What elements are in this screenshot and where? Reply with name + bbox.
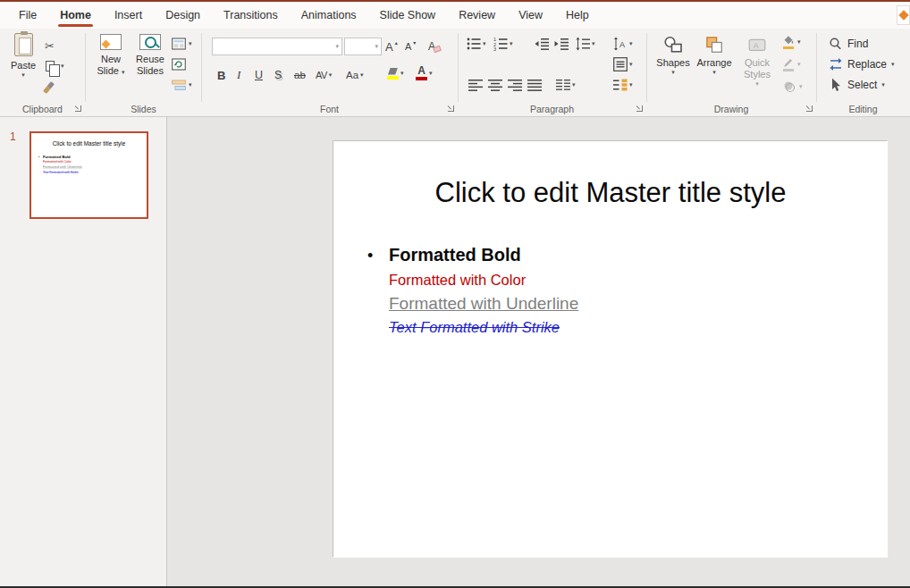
tab-design[interactable]: Design <box>154 2 212 29</box>
reuse-slides-button[interactable]: Reuse Slides <box>131 34 170 77</box>
character-spacing-button[interactable]: AV▾ <box>316 66 332 84</box>
slide-line-bold-text: Formatted Bold <box>389 245 521 265</box>
underline-button[interactable]: U <box>255 66 263 84</box>
shape-fill-button[interactable]: ▾ <box>782 34 801 50</box>
tab-help[interactable]: Help <box>554 2 601 29</box>
align-text-button[interactable]: ▾ <box>613 56 633 72</box>
reset-slide-button[interactable] <box>172 56 186 72</box>
italic-button[interactable]: I <box>237 66 240 84</box>
tab-file[interactable]: File <box>7 2 48 29</box>
tab-slide-show[interactable]: Slide Show <box>368 2 448 29</box>
tab-transitions-label: Transitions <box>223 9 278 21</box>
font-dialog-launcher[interactable] <box>446 104 455 113</box>
slide-thumbnail[interactable]: Click to edit Master title style •Format… <box>29 131 148 219</box>
font-size-combobox[interactable]: ▾ <box>344 38 382 55</box>
slide-editing-area[interactable]: Click to edit Master title style •Format… <box>333 140 887 557</box>
select-button[interactable]: Select ▾ <box>829 77 885 93</box>
justify-icon <box>527 78 542 92</box>
slide-line-strike[interactable]: Text Formatted with Strike <box>389 319 852 336</box>
text-direction-button[interactable]: ▾ <box>613 36 633 52</box>
chevron-down-icon: ▾ <box>510 40 513 47</box>
align-center-icon <box>488 78 502 92</box>
text-shadow-button[interactable]: S <box>274 66 282 84</box>
tab-transitions[interactable]: Transitions <box>212 2 290 29</box>
slide-title-placeholder[interactable]: Click to edit Master title style <box>360 177 861 209</box>
align-right-button[interactable] <box>508 77 522 93</box>
slide-line-bold[interactable]: •Formatted Bold <box>367 245 852 265</box>
slide-line-color[interactable]: Formatted with Color <box>389 272 852 289</box>
line-spacing-button[interactable]: ▾ <box>576 36 595 52</box>
text-highlight-color-button[interactable]: ▾ <box>387 64 404 82</box>
new-slide-icon <box>100 34 122 50</box>
font-group-label: Font <box>201 104 458 114</box>
new-slide-button[interactable]: New Slide ▾ <box>93 34 129 77</box>
align-left-button[interactable] <box>468 77 483 93</box>
columns-icon <box>556 78 570 92</box>
thumbnail-body-text: •Formatted Bold Formatted with Color For… <box>38 155 139 173</box>
chevron-down-icon: ▾ <box>592 40 595 47</box>
format-painter-button[interactable] <box>46 80 51 96</box>
strikethrough-label: ab <box>294 70 306 80</box>
group-slides: New Slide ▾ Reuse Slides ▾ ▾ Slides <box>86 29 201 116</box>
decrease-font-size-button[interactable]: A▾ <box>405 38 416 55</box>
bullets-icon <box>467 37 481 51</box>
arrange-button[interactable]: Arrange ▾ <box>695 36 734 76</box>
tab-view[interactable]: View <box>507 2 554 29</box>
numbering-button[interactable]: ▾ <box>493 36 513 52</box>
share-button[interactable] <box>897 5 910 25</box>
tab-insert[interactable]: Insert <box>103 2 154 29</box>
tab-review[interactable]: Review <box>447 2 507 29</box>
shapes-button[interactable]: Shapes ▾ <box>653 36 693 76</box>
bullets-button[interactable]: ▾ <box>467 36 486 52</box>
section-button[interactable]: ▾ <box>172 77 192 93</box>
paragraph-group-label: Paragraph <box>458 104 646 114</box>
copy-button[interactable]: ▾ <box>45 58 64 74</box>
strikethrough-button[interactable]: ab <box>294 66 306 84</box>
clipboard-dialog-launcher[interactable] <box>73 104 82 113</box>
bold-button[interactable]: B <box>217 66 225 84</box>
grow-font-icon: A <box>385 40 393 54</box>
slide-line-underline[interactable]: Formatted with Underline <box>389 294 852 314</box>
slide-layout-button[interactable]: ▾ <box>172 36 192 52</box>
font-color-letter-icon: A <box>417 66 426 76</box>
character-spacing-label: AV <box>316 70 327 80</box>
quick-styles-button[interactable]: Quick Styles ▾ <box>736 36 779 88</box>
align-center-button[interactable] <box>488 77 502 93</box>
tab-home[interactable]: Home <box>48 2 103 29</box>
triangle-up-icon: ▴ <box>395 39 398 46</box>
replace-button[interactable]: Replace ▾ <box>829 56 895 72</box>
format-painter-icon <box>43 81 55 94</box>
justify-button[interactable] <box>527 77 542 93</box>
numbering-icon <box>493 37 508 51</box>
align-left-icon <box>468 78 483 92</box>
increase-font-size-button[interactable]: A▴ <box>385 38 398 55</box>
cut-button[interactable]: ✂ <box>45 38 55 54</box>
shape-effects-button[interactable]: ▾ <box>782 79 803 95</box>
tab-animations[interactable]: Animations <box>290 2 368 29</box>
text-shadow-label: S <box>274 69 282 81</box>
find-button[interactable]: Find <box>829 36 868 52</box>
shrink-font-icon: A <box>405 41 411 52</box>
clear-formatting-button[interactable]: A <box>428 38 435 55</box>
drawing-dialog-launcher[interactable] <box>805 104 813 113</box>
ribbon: Paste ▾ ✂ ▾ Clipboard New Slide ▾ Reuse … <box>0 29 910 117</box>
columns-button[interactable]: ▾ <box>556 77 576 93</box>
text-direction-icon <box>613 37 628 51</box>
convert-to-smartart-button[interactable]: ▾ <box>613 77 633 93</box>
font-color-button[interactable]: A ▾ <box>416 64 433 82</box>
increase-indent-button[interactable] <box>554 36 569 52</box>
paragraph-dialog-launcher[interactable] <box>635 104 644 113</box>
paste-button[interactable]: Paste ▾ <box>5 33 41 79</box>
font-name-combobox[interactable]: ▾ <box>212 38 342 55</box>
workspace: 1 Click to edit Master title style •Form… <box>0 117 910 586</box>
tab-insert-label: Insert <box>114 9 142 21</box>
decrease-indent-button[interactable] <box>535 36 549 52</box>
slide-body-placeholder[interactable]: •Formatted Bold Formatted with Color For… <box>367 245 852 336</box>
change-case-button[interactable]: Aa▾ <box>346 66 364 84</box>
arrange-label: Arrange <box>696 57 731 68</box>
slide-content: Click to edit Master title style •Format… <box>333 141 888 558</box>
slides-group-label: Slides <box>86 104 201 114</box>
shape-outline-button[interactable]: ▾ <box>782 56 801 72</box>
slide-thumbnail-panel[interactable]: 1 Click to edit Master title style •Form… <box>0 117 167 586</box>
shape-fill-bucket-icon <box>782 35 795 46</box>
